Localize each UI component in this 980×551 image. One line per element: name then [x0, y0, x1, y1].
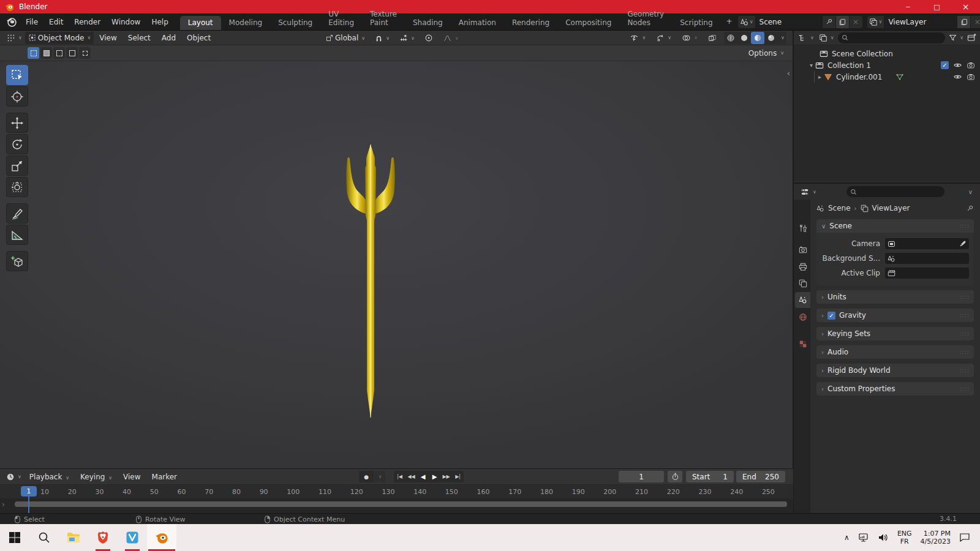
workspace-tab[interactable]: Sculpting — [270, 16, 320, 30]
close-button[interactable]: × — [951, 0, 980, 13]
tab-world-properties[interactable] — [795, 309, 810, 325]
rigid-body-world-panel[interactable]: ›Rigid Body World:::: — [816, 364, 974, 377]
breadcrumb-scene[interactable]: Scene — [828, 204, 851, 212]
remove-view-layer-button[interactable]: × — [970, 16, 980, 28]
menu-item[interactable]: Help — [146, 13, 173, 31]
gravity-checkbox[interactable]: ✓ — [827, 312, 835, 320]
menu-item[interactable]: Edit — [43, 13, 69, 31]
trident-model[interactable] — [331, 141, 410, 422]
show-object-types-dropdown[interactable]: ∨ — [627, 32, 649, 44]
scale-tool[interactable] — [6, 156, 28, 176]
proportional-editing-toggle[interactable] — [421, 32, 436, 44]
outliner-display-mode-dropdown[interactable]: ∨ — [797, 32, 815, 44]
taskbar-search-button[interactable] — [29, 524, 59, 551]
disclosure-triangle-icon[interactable]: ▸ — [818, 73, 821, 80]
eye-icon[interactable] — [953, 61, 962, 69]
breadcrumb-view-layer[interactable]: ViewLayer — [872, 204, 910, 212]
tray-chevron-up-icon[interactable]: ∧ — [844, 533, 850, 542]
scene-panel-header[interactable]: ∨ Scene :::: — [816, 219, 974, 233]
language-indicator[interactable]: ENG FR — [897, 530, 912, 545]
shading-rendered-button[interactable] — [764, 32, 778, 44]
shading-wireframe-button[interactable] — [724, 32, 737, 44]
eye-icon[interactable] — [953, 73, 962, 81]
workspace-tab[interactable]: Geometry Nodes — [619, 7, 672, 30]
drag-dots-icon[interactable]: :::: — [960, 331, 970, 337]
keying-menu[interactable]: Keying ∨ — [75, 473, 118, 481]
tab-render-properties[interactable] — [795, 242, 810, 258]
disclosure-triangle-icon[interactable]: ▾ — [810, 62, 813, 69]
xray-toggle[interactable] — [705, 32, 720, 44]
v-app-button[interactable] — [118, 524, 147, 551]
end-frame-field[interactable]: End 250 — [736, 471, 785, 482]
select-mode-intersect[interactable] — [79, 47, 91, 59]
options-dropdown[interactable]: Options ∨ — [748, 49, 784, 58]
view-menu[interactable]: View — [118, 473, 146, 481]
outliner-search-input[interactable] — [838, 32, 945, 43]
outliner-row-scene-collection[interactable]: Scene Collection — [794, 48, 980, 59]
clock[interactable]: 1:07 PM 4/5/2023 — [921, 530, 951, 545]
workspace-tab[interactable]: Rendering — [504, 16, 557, 30]
select-mode-invert[interactable] — [66, 47, 78, 59]
menu-item[interactable]: Render — [69, 13, 106, 31]
minimize-button[interactable]: ─ — [894, 0, 922, 13]
editor-type-button[interactable]: ∨ — [4, 32, 25, 44]
workspace-tab[interactable]: UV Editing — [320, 7, 362, 30]
shading-dropdown[interactable]: ∨ — [778, 32, 786, 44]
overlays-toggle[interactable]: ∨ — [679, 32, 701, 44]
snap-target-dropdown[interactable]: ∨ — [396, 32, 418, 44]
cursor-tool[interactable] — [6, 86, 28, 107]
workspace-tab[interactable]: Modeling — [221, 16, 271, 30]
gizmos-toggle[interactable]: ∨ — [653, 32, 674, 44]
outliner-filter-id-dropdown[interactable]: ∨ — [818, 32, 835, 44]
select-mode-new[interactable] — [28, 47, 39, 59]
keying-sets-panel[interactable]: ›Keying Sets:::: — [816, 327, 974, 340]
outliner-filter-dropdown[interactable]: ∨ — [948, 32, 965, 44]
timeline-ruler[interactable]: 1020304050607080901001101201301401501601… — [0, 485, 793, 498]
tab-output-properties[interactable] — [795, 259, 810, 275]
tab-view-layer-properties[interactable] — [795, 276, 810, 291]
sidebar-collapse-arrow[interactable]: ‹ — [787, 69, 790, 78]
pin-icon[interactable] — [966, 204, 974, 212]
gravity-panel[interactable]: ›✓Gravity:::: — [816, 309, 974, 322]
workspace-tab[interactable]: Texture Paint — [362, 7, 405, 30]
speaker-icon[interactable] — [878, 533, 889, 542]
properties-search-input[interactable] — [846, 186, 944, 197]
rotate-tool[interactable] — [6, 134, 28, 154]
camera-visibility-icon[interactable] — [967, 73, 975, 81]
auto-key-dropdown[interactable]: ∨ — [374, 471, 385, 482]
camera-field[interactable] — [885, 238, 969, 249]
custom-properties-panel[interactable]: ›Custom Properties:::: — [816, 382, 974, 395]
camera-visibility-icon[interactable] — [967, 61, 975, 69]
viewport-menu-item[interactable]: Select — [123, 34, 156, 42]
auto-key-record-button[interactable]: ● — [359, 471, 374, 482]
new-scene-button[interactable] — [835, 16, 849, 28]
network-icon[interactable] — [858, 533, 869, 542]
drag-dots-icon[interactable]: :::: — [960, 223, 970, 229]
play-button[interactable]: ▶ — [429, 471, 440, 482]
outliner-row-object[interactable]: ▸ Cylinder.001 — [794, 71, 980, 83]
marker-menu[interactable]: Marker — [146, 473, 183, 481]
select-mode-subtract[interactable] — [53, 47, 65, 59]
jump-to-start-button[interactable]: |◀ — [394, 471, 405, 482]
outliner-row-collection[interactable]: ▾ Collection 1 ✓ — [794, 59, 980, 71]
new-view-layer-button[interactable] — [957, 16, 970, 28]
workspace-tab[interactable]: Shading — [405, 16, 451, 30]
tab-tool-properties[interactable] — [795, 220, 810, 236]
audio-panel[interactable]: ›Audio:::: — [816, 345, 974, 359]
select-mode-extend[interactable] — [40, 47, 52, 59]
scene-name-field[interactable]: Scene — [756, 16, 822, 28]
eyedropper-icon[interactable] — [959, 240, 967, 248]
use-preview-range-button[interactable] — [668, 471, 682, 482]
drag-dots-icon[interactable]: :::: — [960, 386, 970, 392]
collection-checkbox[interactable]: ✓ — [941, 61, 949, 69]
blender-app-menu-icon[interactable] — [6, 17, 17, 27]
mode-dropdown[interactable]: Object Mode ∨ — [25, 32, 94, 44]
active-clip-field[interactable] — [885, 268, 969, 279]
viewport-menu-item[interactable]: View — [94, 34, 122, 42]
blender-taskbar-button[interactable] — [147, 524, 176, 551]
workspace-tab[interactable]: Animation — [451, 16, 504, 30]
new-collection-button[interactable] — [967, 33, 976, 42]
workspace-tab[interactable]: Compositing — [557, 16, 619, 30]
unlink-scene-button[interactable]: × — [849, 16, 862, 28]
timeline-editor-type-button[interactable]: ∨ — [4, 471, 24, 483]
